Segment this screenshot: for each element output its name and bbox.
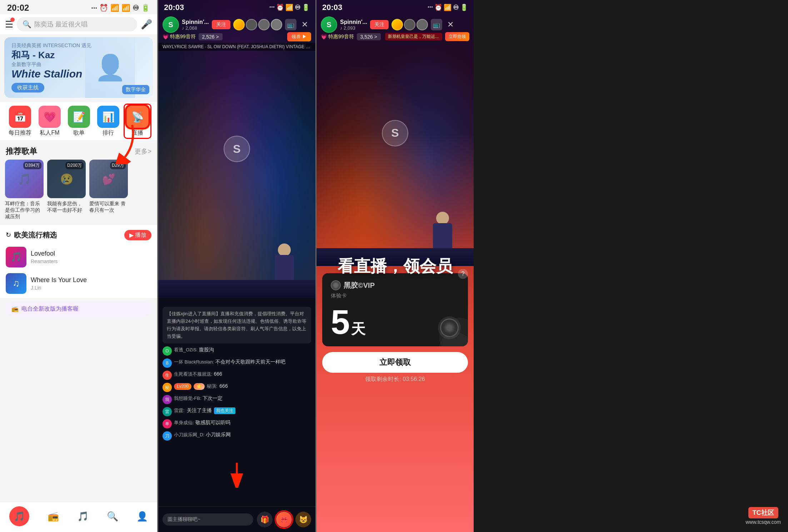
vip-close-button[interactable]: ✕ [445,19,456,30]
playlist-thumb-icon-2: 💕 [102,173,115,185]
song-item-1[interactable]: ♫ Where Is Your Love J.Lin [0,270,157,297]
vip-dj-body [433,223,452,248]
watermark-url: www.tcsqw.com [745,519,781,525]
chat-avatar-6: 单 [163,419,172,428]
euro-section: ↻ 欧美流行精选 ▶ 播放 🎵 Lovefool Reamasters ♫ Wh… [0,225,157,298]
live-info-bar: 💗 特惠99音符 2,526 > 领券 ▶ [163,32,311,41]
banner-album-prefix: 全新数字平曲 [11,61,91,68]
chat-content-5: 雷霆: 关注了主播 我也关注 [174,407,235,414]
nav-search[interactable]: 🔍 [107,511,118,522]
chat-avatar-0: O [163,346,172,356]
vip-follower-count: ♪ 2,093 [340,25,367,31]
playlist-count-0: D394万 [23,162,41,169]
follower-count: ♪ 2,068 [182,25,209,31]
chat-avatar-4: 我 [163,395,172,404]
vinyl-decoration [438,316,461,339]
toast-text: 电台全新改版为播客喔 [21,305,79,313]
playlist-thumb-2: D29万 💕 [89,160,128,198]
playlist-name-0: 耳畔疗愈：音乐是你工作学习的减压剂 [5,200,44,220]
playlist-card-1[interactable]: D200万 😢 我能有多悲伤，不堪一击好不好 [47,160,86,220]
viewers-count: 2,526 > [199,33,223,40]
dj-head [278,244,291,256]
gift-button[interactable]: 🎁 [257,512,273,527]
buy-button[interactable]: 领券 ▶ [287,32,311,41]
vip-streamer-avatar: S [321,16,337,33]
bottom-nav: 🎵 📻 🎵 🔍 👤 [0,502,157,532]
banner-badge: 数字华金 [122,85,149,94]
vip-streamer-info: Spinnin'... ♪ 2,093 [340,19,367,31]
more-link[interactable]: 更多> [135,147,151,156]
banner-cta-button[interactable]: 收获主线 [11,83,44,92]
reward-button[interactable]: 🎀 [276,512,292,527]
fm-label: 私人FM [40,129,59,137]
hero-banner[interactable]: 日美经典英摇 INTERSECTION 遇见 和马 - Kaz 全新数字平曲 W… [4,37,153,98]
search-input[interactable]: 🔍 陈奕迅 最近很火唱 [17,17,137,31]
vip-claim-button[interactable]: 立即领取 [322,352,468,373]
play-all-button[interactable]: ▶ 播放 [124,230,151,240]
follow-button[interactable]: 关注 [212,20,230,29]
chat-content-7: 小刀娱乐网_D: 小刀娱乐网 [174,431,231,438]
status-time-phone2: 20:03 [164,3,184,12]
vip-cast-icon[interactable]: 📺 [431,19,442,30]
vip-days-number: 5 [331,305,350,339]
vip-banner-btn[interactable]: 立即抢领 [445,32,469,41]
song-artist-0: Reamasters [31,259,151,264]
streamer-avatar: S [163,16,179,33]
nav-radio[interactable]: 📻 [48,511,59,522]
chat-content-2: 生死看淡不服就送: 666 [174,371,222,378]
fm-icon: 💗 [39,106,61,128]
phone3-vip-offer: 20:03 ···⏰📶♾🔋 S S Spinnin'... ♪ 2,093 关注… [316,0,474,532]
nav-profile[interactable]: 👤 [136,511,148,522]
mic-icon[interactable]: 🎤 [141,19,152,30]
chat-input-box[interactable]: 圆主播聊聊吧~ [163,513,253,526]
chat-input-bar: 圆主播聊聊吧~ 🎁 🎀 😺 [158,506,315,532]
quick-link-live[interactable]: 📡 直播 [126,106,149,137]
vip-follow-button[interactable]: 关注 [370,20,389,29]
vinyl-large [440,318,459,337]
playlist-card-2[interactable]: D29万 💕 爱情可以重来 青春只有一次 [89,160,128,220]
status-bar-phone3: 20:03 ···⏰📶♾🔋 [316,0,474,14]
nav-home[interactable]: 🎵 [9,506,29,526]
quick-links-row: 📅 每日推荐 💗 私人FM 📝 歌单 📊 排行 📡 直播 [0,102,157,140]
vip-timer: 领取剩余时长: 03:56:26 [322,376,468,383]
playlist-count-1: D200万 [65,162,84,169]
playlist-label: 歌单 [73,129,85,137]
phone1-music-app: 20:02 ··· ⏰ 📶 📶 ♾ 🔋 ☰ 🔍 陈奕迅 最近很火唱 🎤 日美经典… [0,0,157,532]
menu-icon[interactable]: ☰ [5,19,13,30]
close-button[interactable]: ✕ [299,19,310,30]
hearts-label: 💗 特惠99音符 [163,34,196,40]
status-icons-phone2: ···⏰📶♾🔋 [269,4,310,11]
playlist-card-0[interactable]: D394万 🎵 耳畔疗愈：音乐是你工作学习的减压剂 [5,160,44,220]
emoji-button[interactable]: 😺 [295,512,311,527]
quick-link-daily[interactable]: 📅 每日推荐 [9,106,31,137]
cast-icon[interactable]: 📺 [285,19,296,30]
song-info-0: Lovefool Reamasters [31,250,151,264]
status-time-phone1: 20:02 [7,3,29,13]
chat-content-1: 一坏 BlackRussian: 不会对今天歌跟昨天前天一样吧 [174,358,285,366]
gift-avatar-gold [233,19,245,30]
vip-gift-avatars [391,19,428,30]
song-item-0[interactable]: 🎵 Lovefool Reamasters [0,244,157,270]
chat-msg-6: 单 单身成仙: 敬感肌可以听吗 [163,419,311,428]
nav-music[interactable]: 🎵 [77,511,89,522]
vip-headline: 看直播，领会员 [322,257,468,275]
vip-dj-head [436,212,449,225]
search-icon: 🔍 [23,20,31,29]
song-strip: WAYLYRICE SAWRE · SL OW DOWN (FEAT. JOSH… [158,43,315,51]
quick-link-fm[interactable]: 💗 私人FM [39,106,61,137]
song-artist-1: J.Lin [31,285,151,291]
song-thumb-0: 🎵 [6,247,26,267]
playlist-count-2: D29万 [110,162,126,169]
vip-info-banner-text: 新朋机皇皇己是，万能运搭确率已到7倍，快来把这吃一 [385,33,442,40]
quick-link-playlist[interactable]: 📝 歌单 [68,106,90,137]
dj-table [158,280,315,298]
toast-notification: 📻 电台全新改版为播客喔 [5,302,152,316]
gift-avatar-2 [258,19,270,30]
playlist-icon: 📝 [68,106,90,128]
vinyl-icon [331,280,341,290]
playlist-thumb-1: D200万 😢 [47,160,86,198]
quick-link-ranking[interactable]: 📊 排行 [97,106,119,137]
banner-text-area: 日美经典英摇 INTERSECTION 遇见 和马 - Kaz 全新数字平曲 W… [11,42,91,92]
chat-notice: 【佳炼xjin进入了直播间】直播和充值消费，提倡理性消费。平台对直播内容24小时… [163,307,311,343]
status-icons-phone3: ···⏰📶♾🔋 [428,4,468,11]
